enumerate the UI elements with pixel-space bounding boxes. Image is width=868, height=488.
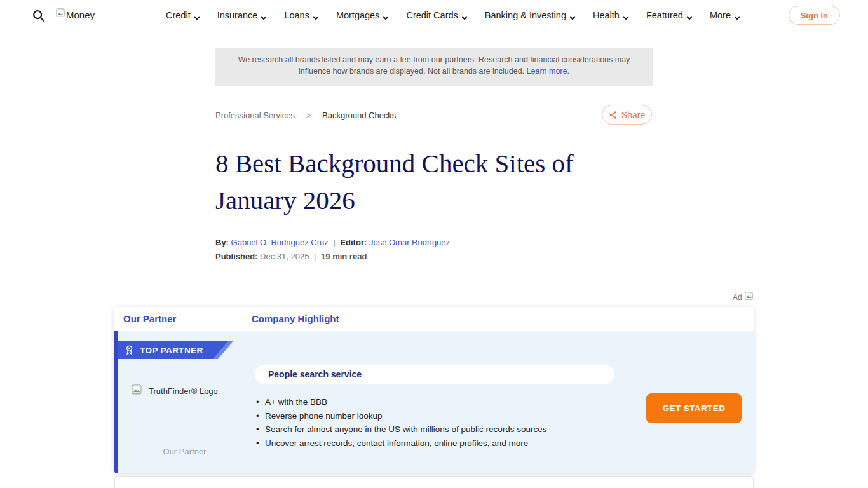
- next-partner-card-stub: [114, 476, 754, 488]
- breadcrumb-separator-icon: >: [306, 111, 311, 120]
- chevron-down-icon: [261, 12, 267, 18]
- chevron-down-icon: [569, 12, 576, 18]
- nav-item-featured[interactable]: Featured: [646, 10, 693, 20]
- chevron-down-icon: [313, 12, 319, 18]
- breadcrumb: Professional Services > Background Check…: [215, 111, 396, 120]
- byline: By: Gabriel O. Rodriguez Cruz | Editor: …: [215, 238, 450, 247]
- nav-item-banking-investing[interactable]: Banking & Investing: [485, 10, 576, 20]
- top-partner-card: Our Partner Company Highlight TOP PARTNE…: [114, 307, 754, 473]
- main-nav: Credit Insurance Loans Mortgages Credit …: [166, 0, 740, 30]
- get-started-button[interactable]: GET STARTED: [646, 393, 742, 423]
- list-item: Uncover arrest records, contact informat…: [255, 437, 546, 451]
- money-logo[interactable]: Money: [56, 8, 95, 20]
- logo-alt-text: Money: [66, 10, 95, 20]
- chevron-down-icon: [734, 12, 740, 18]
- highlight-pill: People search service: [255, 365, 614, 384]
- author-link[interactable]: Gabriel O. Rodriguez Cruz: [231, 238, 329, 247]
- partner-logo-alt-text: TruthFinder® Logo: [149, 386, 218, 396]
- our-partner-header: Our Partner: [123, 313, 176, 324]
- list-item: A+ with the BBB: [255, 395, 546, 409]
- published-line: Published: Dec 31, 2025 | 19 min read: [215, 252, 367, 261]
- broken-image-icon: [132, 384, 142, 397]
- page-title: 8 Best Background Check Sites of January…: [215, 145, 673, 219]
- list-item: Reverse phone number lookup: [255, 409, 546, 423]
- chevron-down-icon: [623, 12, 629, 18]
- partner-caption: Our Partner: [118, 447, 252, 456]
- share-button[interactable]: Share: [602, 105, 652, 125]
- partner-card-header: Our Partner Company Highlight: [114, 307, 754, 331]
- partner-logo[interactable]: TruthFinder® Logo: [132, 384, 218, 397]
- nav-item-health[interactable]: Health: [593, 10, 629, 20]
- partner-logo-column: TruthFinder® Logo Our Partner: [118, 331, 252, 473]
- page: Money Credit Insurance Loans Mortgages C…: [0, 0, 868, 488]
- advertiser-disclosure: We research all brands listed and may ea…: [215, 48, 653, 86]
- ad-label: Ad: [733, 292, 754, 302]
- sign-in-button[interactable]: Sign In: [789, 6, 840, 25]
- chevron-down-icon: [194, 12, 200, 18]
- breadcrumb-parent[interactable]: Professional Services: [215, 111, 295, 120]
- nav-item-credit[interactable]: Credit: [166, 10, 200, 20]
- breadcrumb-current[interactable]: Background Checks: [322, 111, 396, 120]
- nav-item-mortgages[interactable]: Mortgages: [336, 10, 390, 20]
- search-icon[interactable]: [32, 9, 46, 23]
- broken-image-icon: [745, 292, 754, 302]
- nav-item-loans[interactable]: Loans: [284, 10, 319, 20]
- highlight-bullet-list: A+ with the BBB Reverse phone number loo…: [255, 395, 546, 450]
- list-item: Search for almost anyone in the US with …: [255, 423, 546, 437]
- chevron-down-icon: [383, 12, 389, 18]
- top-navbar: Money Credit Insurance Loans Mortgages C…: [0, 0, 868, 30]
- nav-item-more[interactable]: More: [710, 10, 740, 20]
- chevron-down-icon: [686, 12, 693, 18]
- nav-item-insurance[interactable]: Insurance: [217, 10, 268, 20]
- broken-image-icon: [56, 8, 65, 20]
- nav-item-credit-cards[interactable]: Credit Cards: [406, 10, 467, 20]
- disclosure-text: We research all brands listed and may ea…: [234, 54, 634, 77]
- company-highlight-header: Company Highlight: [252, 313, 339, 324]
- learn-more-link[interactable]: Learn more: [527, 67, 567, 76]
- chevron-down-icon: [461, 12, 468, 18]
- editor-link[interactable]: José Omar Rodríguez: [369, 238, 450, 247]
- partner-card-body: TOP PARTNER TruthFinder® Logo Our Partne…: [114, 331, 754, 473]
- share-icon: [609, 111, 618, 119]
